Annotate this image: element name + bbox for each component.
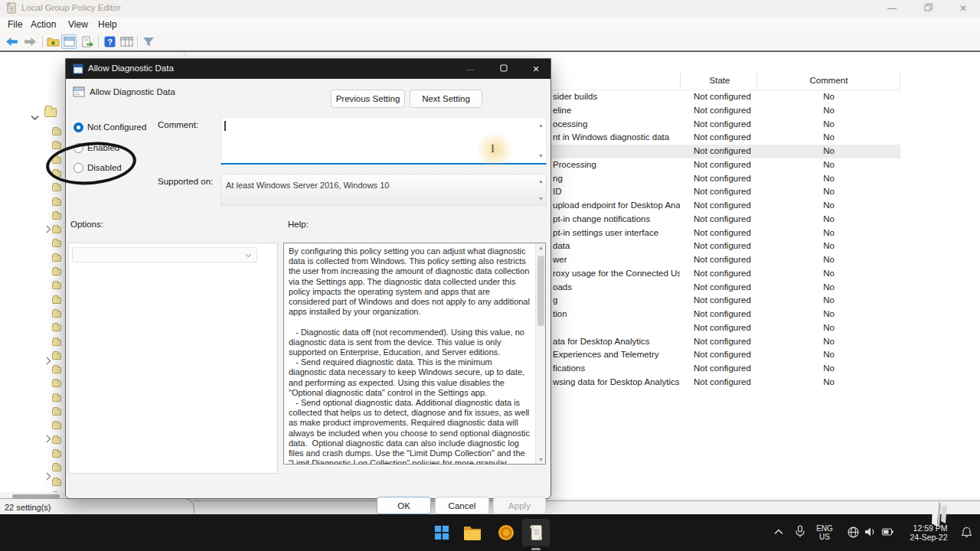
tree-folder-icon[interactable] [52, 311, 61, 318]
battery-icon[interactable] [879, 524, 896, 540]
tray-chevron-up-icon[interactable] [772, 525, 786, 539]
scroll-down-icon[interactable]: ▼ [538, 196, 544, 201]
tree-folder-icon[interactable] [52, 409, 61, 416]
tree-folder-icon[interactable] [52, 353, 61, 360]
table-row[interactable]: roxy usage for the Connected Us... Not c… [551, 267, 900, 281]
table-row[interactable]: pt-in change notifications Not configure… [551, 213, 900, 227]
minimize-button[interactable]: — [877, 0, 907, 17]
tree-folder-icon[interactable] [52, 227, 61, 233]
ok-button[interactable]: OK [377, 497, 431, 514]
scrollbar-thumb[interactable] [537, 256, 544, 326]
dialog-minimize-button[interactable]: — [453, 59, 487, 79]
start-button[interactable] [428, 519, 456, 546]
table-row[interactable]: wer Not configured No [551, 253, 900, 267]
menu-help[interactable]: Help [98, 19, 117, 30]
scroll-down-icon[interactable]: ▼ [538, 153, 544, 158]
options-dropdown[interactable] [72, 247, 257, 262]
chevron-right-icon[interactable] [46, 223, 52, 231]
cancel-button[interactable]: Cancel [435, 497, 489, 514]
next-setting-button[interactable]: Next Setting [410, 90, 482, 108]
column-separator[interactable] [756, 73, 757, 90]
tree-folder-icon[interactable] [52, 269, 61, 276]
table-row[interactable]: ata for Desktop Analytics Not configured… [551, 335, 900, 349]
tree-folder-icon[interactable] [52, 422, 61, 429]
tree-folder-icon[interactable] [52, 213, 61, 220]
column-separator[interactable] [680, 73, 681, 90]
scroll-up-icon[interactable]: ▲ [536, 245, 546, 250]
back-icon[interactable] [4, 34, 19, 49]
table-row[interactable]: ng Not configured No [551, 172, 900, 186]
chevron-right-icon[interactable] [46, 432, 52, 441]
filter-icon[interactable] [141, 34, 156, 49]
restore-button[interactable] [913, 0, 943, 17]
language-indicator[interactable]: ENGUS [813, 523, 836, 542]
table-row[interactable]: sider builds Not configured No [551, 90, 900, 104]
table-row[interactable]: Not configured No [551, 321, 900, 335]
scroll-up-icon[interactable]: ▲ [538, 122, 544, 128]
console-window-icon[interactable] [61, 34, 77, 49]
tree-folder-icon[interactable] [52, 282, 61, 289]
tree-folder-icon[interactable] [52, 465, 61, 471]
previous-setting-button[interactable]: Previous Setting [331, 90, 405, 108]
help-icon[interactable]: ? [102, 34, 117, 49]
help-scrollbar[interactable]: ▲ ▼ [535, 243, 545, 464]
notifications-bell-icon[interactable] [959, 524, 974, 540]
tree-folder-icon[interactable] [52, 240, 61, 247]
dialog-close-button[interactable]: ✕ [521, 59, 551, 79]
tree-folder-icon[interactable] [52, 339, 61, 346]
table-row[interactable]: nt in Windows diagnostic data Not config… [551, 131, 900, 145]
tree-folder-icon[interactable] [52, 142, 61, 149]
table-row[interactable]: upload endpoint for Desktop Ana... Not c… [551, 199, 900, 213]
table-row[interactable]: oads Not configured No [551, 281, 900, 295]
table-row[interactable]: eline Not configured No [551, 104, 900, 118]
table-row[interactable]: wsing data for Desktop Analytics Not con… [551, 376, 900, 390]
table-row[interactable]: data Not configured No [551, 240, 900, 253]
table-row[interactable]: Experiences and Telemetry Not configured… [551, 348, 900, 362]
tree-folder-icon[interactable] [52, 184, 61, 191]
tree-folder-icon[interactable] [52, 199, 61, 206]
forward-icon[interactable] [22, 34, 38, 49]
radio-not-configured[interactable] [74, 122, 83, 132]
table-row[interactable]: ID Not configured No [551, 185, 900, 199]
tree-folder-icon[interactable] [52, 255, 61, 262]
table-row[interactable]: pt-in settings user interface Not config… [551, 227, 900, 240]
dialog-titlebar[interactable]: Allow Diagnostic Data — ✕ [66, 59, 550, 79]
tree-folder-icon[interactable] [52, 479, 61, 486]
tree-root-folder-icon[interactable] [44, 108, 57, 117]
scroll-up-icon[interactable]: ▲ [538, 178, 544, 184]
network-globe-icon[interactable] [845, 524, 861, 540]
chevron-right-icon[interactable] [46, 354, 52, 363]
tree-folder-icon[interactable] [52, 437, 61, 444]
volume-icon[interactable] [862, 524, 877, 540]
group-policy-editor-taskbar-icon[interactable] [522, 519, 550, 546]
tree-folder-icon[interactable] [52, 367, 61, 373]
menu-file[interactable]: File [8, 19, 22, 30]
table-row[interactable]: g Not configured No [551, 294, 900, 308]
up-one-level-icon[interactable] [45, 34, 60, 49]
tree-folder-icon[interactable] [52, 297, 61, 304]
tree-folder-icon[interactable] [52, 324, 61, 331]
orange-app-icon[interactable] [492, 519, 520, 546]
tree-folder-icon[interactable] [52, 129, 61, 135]
close-button[interactable]: ✕ [948, 0, 978, 17]
apply-button[interactable]: Apply [493, 497, 546, 514]
column-header-comment[interactable]: Comment [758, 76, 900, 85]
column-separator[interactable] [900, 73, 900, 90]
tree-folder-icon[interactable] [52, 451, 61, 458]
dialog-maximize-button[interactable] [487, 59, 521, 79]
columns-icon[interactable] [119, 34, 134, 49]
file-explorer-icon[interactable] [459, 519, 486, 546]
table-row[interactable]: tion Not configured No [551, 308, 900, 321]
tree-folder-icon[interactable] [52, 380, 61, 387]
menu-view[interactable]: View [68, 19, 88, 30]
table-row[interactable]: fications Not configured No [551, 362, 900, 376]
chevron-down-icon[interactable] [31, 110, 37, 119]
menu-action[interactable]: Action [31, 19, 56, 30]
chevron-right-icon[interactable] [46, 470, 52, 478]
tree-folder-icon[interactable] [52, 395, 61, 402]
table-row[interactable]: Processing Not configured No [551, 158, 900, 172]
table-row[interactable]: Not configured No [551, 145, 900, 158]
column-header-state[interactable]: State [681, 76, 758, 85]
table-row[interactable]: ocessing Not configured No [551, 118, 900, 132]
scroll-down-icon[interactable]: ▼ [536, 457, 546, 462]
